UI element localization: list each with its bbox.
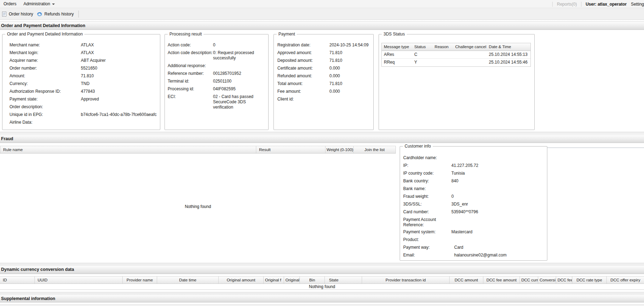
field-label: Order description: xyxy=(9,104,81,110)
field-value: b74cfce6-7ca1-40dc-a78b-7fce600aeafc xyxy=(81,112,157,117)
field-row: Email:halanoursine02@gmail.com xyxy=(403,253,544,258)
dcc-header-state[interactable]: State xyxy=(325,276,362,284)
field-label: Amount: xyxy=(9,73,81,79)
threeds-row[interactable]: ARes C 25.10.2024 14:55:13 xyxy=(382,51,530,59)
field-value: 04IF082595 xyxy=(213,86,265,92)
menubar-separator xyxy=(552,2,553,7)
menu-item-administration-label: Administration xyxy=(24,0,50,8)
fraud-header-result[interactable]: Result xyxy=(256,146,326,153)
fraud-header-rule-name[interactable]: Rule name xyxy=(0,146,256,153)
dcc-header-dcc-fee[interactable]: DCC fee xyxy=(556,276,572,284)
field-label: Action code: xyxy=(168,43,213,48)
field-value xyxy=(213,63,265,69)
menu-item-administration[interactable]: Administration xyxy=(20,0,58,8)
field-row: ECI:02 - Card has passed SecureCode 3DS … xyxy=(168,94,265,110)
chevron-down-icon xyxy=(52,4,55,5)
field-value: 71.810 xyxy=(81,73,157,79)
threeds-cell-message-type: RReq xyxy=(382,59,412,66)
dcc-header-bin[interactable]: Bin xyxy=(300,276,325,284)
field-label: Bank name: xyxy=(403,186,451,191)
field-row: Certificate amount:0.000 xyxy=(277,66,371,71)
dcc-header-uuid[interactable]: UUID xyxy=(35,276,123,284)
threeds-table: Message type Status Reason Challenge can… xyxy=(381,43,531,67)
page-title: Order and Payment Detailed Information xyxy=(1,23,85,28)
refunds-history-button[interactable]: Refunds history xyxy=(36,9,76,19)
field-label: Order number: xyxy=(9,66,81,71)
threeds-header-status[interactable]: Status xyxy=(412,43,433,51)
fraud-section-title: Fraud xyxy=(1,136,13,141)
threeds-header-datetime[interactable]: Date & Time xyxy=(487,43,530,51)
user-label: User: atlax_operator xyxy=(586,2,627,7)
field-label: Payment way: xyxy=(403,245,451,250)
refunds-history-label: Refunds history xyxy=(44,12,73,17)
order-history-icon xyxy=(2,11,7,17)
fieldset-customer-info: Customer info Cardholder name: IP:41.227… xyxy=(400,146,547,261)
dcc-header-original-fee[interactable]: Original f xyxy=(264,276,284,284)
field-row: Processing id:04IF082595 xyxy=(168,86,265,92)
threeds-cell-datetime: 25.10.2024 14:55:13 xyxy=(487,51,530,58)
field-row: IP:41.227.205.72 xyxy=(403,163,544,168)
separator-band xyxy=(0,292,644,294)
menubar-separator xyxy=(581,2,581,7)
threeds-table-header: Message type Status Reason Challenge can… xyxy=(382,43,530,51)
app-window: Orders Administration Reports(0) User: a… xyxy=(0,0,644,306)
dcc-header-dcc-rate-type[interactable]: DCC rate type xyxy=(572,276,607,284)
field-label: Approved amount: xyxy=(277,50,329,56)
settings-link[interactable]: Settings xyxy=(631,2,644,7)
field-value: 0 xyxy=(451,194,544,199)
field-value: 71.810 xyxy=(329,81,371,86)
menubar: Orders Administration Reports(0) User: a… xyxy=(0,0,644,8)
dcc-header-dcc-amount[interactable]: DCC amount xyxy=(450,276,483,284)
field-label: Total amount: xyxy=(277,81,329,86)
dcc-header-id[interactable]: ID xyxy=(0,276,35,284)
dcc-header-provider-name[interactable]: Provider name xyxy=(123,276,157,284)
field-row: Deposited amount:71.810 xyxy=(277,58,371,63)
field-row: Currency:TND xyxy=(9,81,157,86)
dcc-header-dcc-offer-expiry[interactable]: DCC offer expiry xyxy=(607,276,644,284)
threeds-row[interactable]: RReq Y 25.10.2024 14:55:46 xyxy=(382,59,530,66)
fieldset-customer-info-content: Cardholder name: IP:41.227.205.72 IP cou… xyxy=(400,147,547,260)
field-row: Payment state:Approved xyxy=(9,97,157,102)
threeds-header-reason[interactable]: Reason xyxy=(432,43,453,51)
field-row: 3DS/SSL:3DS_enr xyxy=(403,202,544,207)
field-row: Registration date:2024-10-25 14:54:09 xyxy=(277,43,371,48)
field-value: 0.000 xyxy=(329,73,371,79)
fieldset-order-info-content: Merchant name:ATLAX Merchant login:ATLAX… xyxy=(2,34,160,130)
threeds-cell-message-type: ARes xyxy=(382,51,412,58)
field-label: Bank country: xyxy=(403,178,451,184)
field-value: Approved xyxy=(81,97,157,102)
field-row: Total amount:71.810 xyxy=(277,81,371,86)
field-row: Unique id in EPG:b74cfce6-7ca1-40dc-a78b… xyxy=(9,112,157,117)
dcc-header-original-amount[interactable]: Original amount xyxy=(219,276,264,284)
dcc-section-bar: Dynamic currency conversion data xyxy=(0,265,644,274)
fraud-header-weight[interactable]: Weight (0-100) xyxy=(326,146,354,153)
supplemental-section-title: Supplemental information xyxy=(1,296,55,301)
dcc-header-original-currency[interactable]: Original c xyxy=(284,276,300,284)
dcc-header-dcc-currency[interactable]: DCC curr xyxy=(520,276,538,284)
reports-link[interactable]: Reports(0) xyxy=(557,2,577,7)
field-row: Action code description:0: Request proce… xyxy=(168,50,265,61)
fieldset-processing-result: Processing result Action code:0 Action c… xyxy=(165,34,269,130)
field-row: Bank name: xyxy=(403,186,544,191)
dcc-header-provider-transaction-id[interactable]: Provider transaction id xyxy=(362,276,450,284)
dcc-header-date-time[interactable]: Date time xyxy=(157,276,219,284)
threeds-header-message-type[interactable]: Message type xyxy=(382,43,412,51)
dcc-header-dcc-fee-amount[interactable]: DCC fee amount xyxy=(483,276,520,284)
field-value: 0.000 xyxy=(329,66,371,71)
fieldset-payment-content: Registration date:2024-10-25 14:54:09 Ap… xyxy=(274,34,373,130)
menubar-right: Reports(0) User: atlax_operator Settings xyxy=(552,0,644,8)
field-label: Action code description: xyxy=(168,50,213,61)
field-row: Cardholder name: xyxy=(403,155,544,161)
field-value: ATLAX xyxy=(81,43,157,48)
dcc-header-conversion[interactable]: Conversi xyxy=(538,276,556,284)
field-value xyxy=(81,104,157,110)
field-row: Payment way:Card xyxy=(403,245,544,250)
field-value: 477843 xyxy=(81,89,157,94)
threeds-header-challenge-cancel[interactable]: Challenge cancel xyxy=(453,43,487,51)
order-history-button[interactable]: Order history xyxy=(1,9,36,19)
field-value: 3DS_enr xyxy=(451,202,544,207)
separator-band xyxy=(0,132,644,134)
menu-item-orders[interactable]: Orders xyxy=(0,0,20,8)
field-label: Client id: xyxy=(277,97,329,102)
fraud-header-join-the-list[interactable]: Join the list xyxy=(354,146,396,153)
